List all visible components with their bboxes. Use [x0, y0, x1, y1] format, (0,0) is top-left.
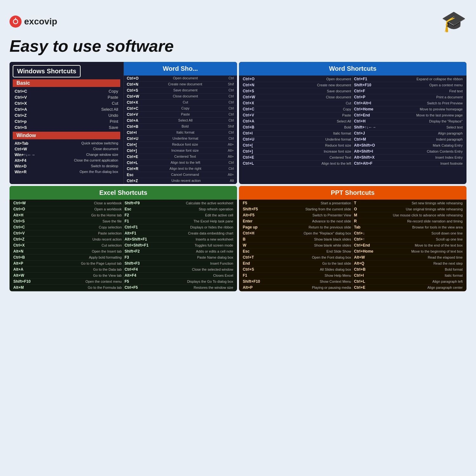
ppt-cell-left: EndGo to the last slide [241, 261, 353, 267]
shortcut-desc: Indent paragraph [436, 137, 463, 141]
windows-basic-shortcuts: Ctrl+CCopyCtrl+VPasteCtrl+XCutCtrl+ASele… [10, 88, 123, 130]
shortcut-key: Ctrl+Alt+F [354, 161, 383, 166]
shortcut-desc: Go to the Page Layout tab [81, 261, 122, 265]
excel-cell-left: Alt+WGo to the View tab [12, 273, 123, 279]
ppt-cell-left: Page upReturn to the previous slide [241, 224, 353, 230]
shortcut-row: Ctrl+VPasteCtrl [124, 112, 237, 118]
shortcut-key: Alt+F1 [125, 231, 156, 235]
shortcut-key: Ctrl+S [15, 125, 27, 130]
ppt-cell-left: BShow blank black slides [241, 236, 353, 242]
shortcut-desc: Adds or edits a cell note [196, 249, 233, 253]
shortcut-desc: Close a workbook [94, 201, 122, 205]
shortcut-key-right: Alt+ [228, 155, 234, 159]
shortcut-desc: Toggles full screen mode [195, 243, 233, 247]
ppt-cell-left: EscEnd Slide Show [241, 248, 353, 255]
shortcut-desc: Undo recent action [171, 179, 201, 183]
shortcut-key: Ctrl+F [354, 89, 383, 93]
ppt-cell-left: F1Show Help Menu [241, 273, 353, 279]
excel-cell-right: Alt+F4Closes Excel [123, 273, 235, 279]
shortcut-row: Ctrl+CCopy [10, 88, 123, 94]
shortcut-row: Ctrl+ASelect AllCtrl [124, 118, 237, 124]
shortcut-key: Shift+F2 [125, 249, 156, 254]
shortcut-key: Ctrl+↓ [354, 231, 380, 235]
shortcut-desc: Underline format [173, 136, 198, 141]
shortcut-desc: Italic format [176, 130, 195, 135]
shortcut-row: Ctrl+[Reduce font sizeAlt+ [124, 142, 237, 148]
shortcut-cell-right: Ctrl+MIndent paragraph [353, 136, 464, 142]
shortcut-key: Ctrl+C [15, 89, 27, 94]
shortcut-key: Ctrl+A [15, 107, 27, 112]
excel-cell-left: Alt+NOpen the Insert tab [12, 248, 123, 255]
shortcut-key: Ctrl+I [354, 273, 380, 278]
excel-cell-right: F1The Excel Help task pane [123, 218, 235, 224]
excel-cell-right: EscStop refresh operation [123, 206, 235, 212]
shortcut-key: Ctrl+X [15, 101, 27, 106]
shortcut-row: Win+↑↓←→Change window size [10, 152, 123, 158]
shortcut-desc: Playing or pausing media [312, 286, 351, 289]
shortcut-cell-left: Ctrl+BBold [241, 124, 353, 130]
shortcut-desc: Switch to desktop [91, 164, 118, 169]
shortcut-desc: Align paragraph center [427, 286, 463, 289]
shortcut-key: Ctrl+F5 [125, 285, 156, 290]
shortcut-key: Ctrl+A [127, 118, 144, 123]
shortcut-desc: Go to the Data tab [93, 268, 122, 271]
shortcut-key: Ctrl+O [243, 77, 265, 81]
shortcut-desc: Close the current application [74, 158, 118, 163]
shortcut-desc: Browse for tools in the view area [412, 225, 463, 229]
shortcut-desc: Move to the end of the text box [415, 243, 463, 247]
shortcut-desc: Cancel Command [171, 173, 199, 177]
shortcut-cell-right: Ctrl+HDisplay the "Replace" [353, 118, 464, 124]
shortcut-desc: Edit the active cell [205, 213, 233, 217]
excel-cell-right: F2Edit the active cell [123, 212, 235, 218]
shortcut-key-right: Ctrl [228, 167, 234, 171]
shortcut-cell-left: Ctrl+IItalic format [241, 130, 353, 136]
shortcut-desc: Return to the previous slide [309, 225, 351, 229]
shortcut-desc: Scroll down one line [432, 231, 463, 235]
excel-cell-left: Ctrl+ZUndo recent action [12, 236, 123, 242]
shortcut-cell-right: Ctrl+PPrint a document [353, 94, 464, 100]
shortcut-key: Ctrl+[ [127, 142, 144, 147]
shortcut-desc: Cut [183, 100, 188, 105]
shortcut-key: Ctrl+V [127, 112, 144, 117]
shortcut-desc: Create new document [317, 83, 351, 87]
shortcut-desc: Switch to Print Preview [427, 101, 463, 105]
shortcut-key: Ctrl+B [354, 267, 380, 272]
graduation-icon: 🎓 [441, 10, 466, 33]
ppt-cell-left: Ctrl+HOpen the "Replace" dialog box [241, 230, 353, 236]
shortcut-key: Ctrl+End [354, 243, 380, 248]
shortcut-desc: Copy selection [99, 225, 122, 229]
shortcut-desc: Increase font size [171, 149, 199, 153]
shortcut-cell-right: Ctrl+HomeMove to preview homepage [353, 106, 464, 112]
ppt-cell-left: EnterAdvance to the next slide [241, 218, 353, 224]
shortcut-key: Ctrl+C [243, 107, 265, 111]
shortcut-desc: Select All [101, 107, 118, 112]
shortcut-row: EscCancel CommandAlt+ [124, 172, 237, 178]
shortcut-desc: Start a presentation [321, 201, 351, 205]
shortcut-key: Ctrl+T [243, 255, 267, 260]
shortcut-desc: Go to the View tab [93, 274, 122, 277]
shortcut-row: Ctrl+WClose documentCtrl [124, 94, 237, 100]
shortcut-key: Win+↑↓←→ [15, 153, 35, 157]
word-left-shortcuts: Ctrl+OOpen documentCtrlCtrl+NCreate new … [124, 76, 237, 184]
shortcut-cell-left: Ctrl+LAlign text to the left [241, 161, 353, 167]
shortcut-desc: Insert Index Entry [435, 155, 463, 159]
shortcut-desc: Displays or hides the ribbon [190, 225, 233, 229]
shortcut-desc: Copy [181, 106, 189, 111]
shortcut-key: Ctrl+L [354, 279, 380, 284]
shortcut-key: Ctrl+W [15, 147, 27, 151]
shortcut-desc: Move to preview homepage [420, 107, 463, 111]
shortcut-desc: Reduce font size [325, 143, 351, 147]
shortcut-desc: Re-record slide narration and timing [407, 219, 463, 223]
shortcut-key: Alt+Q [354, 261, 380, 266]
excel-cell-right: Shift+F9Calculate the active worksheet [123, 200, 235, 206]
shortcut-key: End [243, 261, 267, 266]
shortcut-key: Ctrl+J [354, 131, 383, 136]
shortcut-desc: Print a document [436, 95, 463, 99]
shortcut-key: Alt+Shift+X [354, 155, 383, 160]
ppt-cell-left: WShow blank white slides [241, 242, 353, 248]
shortcut-key: Shift+F10 [13, 279, 37, 284]
shortcut-key: Ctrl+P [354, 95, 383, 99]
shortcut-key: Win+R [15, 170, 27, 174]
shortcut-desc: Insert Function [210, 261, 233, 265]
shortcut-key: Ctrl+X [127, 100, 144, 105]
